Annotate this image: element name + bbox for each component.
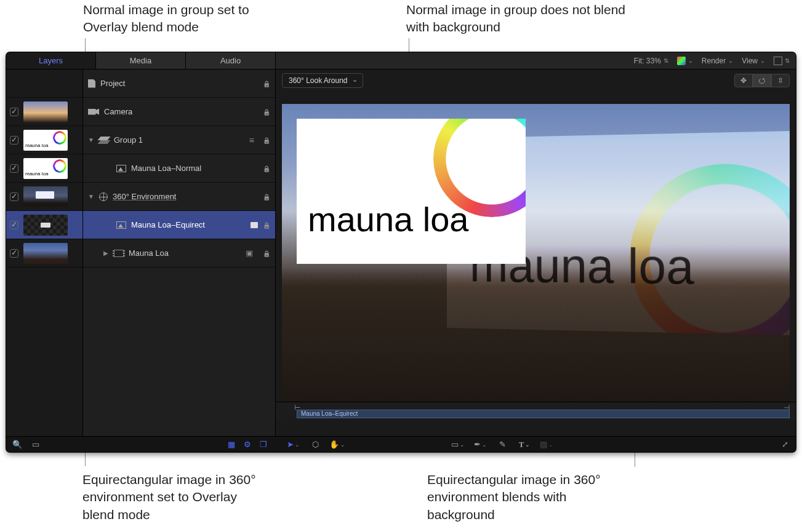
lock-icon[interactable] bbox=[263, 221, 270, 229]
arrow-tool[interactable]: ➤⌄ bbox=[288, 440, 298, 450]
search-icon[interactable]: 🔍 bbox=[12, 440, 22, 450]
window-icon[interactable]: ❐ bbox=[259, 440, 268, 450]
view-menu[interactable]: View⌄ bbox=[742, 57, 765, 65]
layer-row-equirect[interactable]: Mauna Loa–Equirect bbox=[83, 211, 275, 239]
color-channels-icon bbox=[677, 57, 686, 65]
blend-mode-icon[interactable] bbox=[249, 135, 254, 145]
render-menu[interactable]: Render⌄ bbox=[702, 57, 733, 65]
canvas-normal-text: mauna loa bbox=[308, 199, 469, 239]
viewer-sub-bar: 360° Look Around ✥ ⭯ ⇳ bbox=[276, 69, 796, 92]
image-icon bbox=[116, 165, 126, 172]
thumb-camera bbox=[23, 101, 68, 122]
callout-bottom-right: Equirectangular image in 360° environmen… bbox=[427, 471, 612, 523]
panel-size-icon[interactable]: ▭ bbox=[31, 440, 41, 450]
canvas-normal-overlay: mauna loa bbox=[297, 119, 526, 264]
environment-icon bbox=[99, 193, 108, 201]
mini-timeline-clip[interactable]: Mauna Loa–Equirect bbox=[297, 410, 790, 418]
color-menu[interactable]: ⌄ bbox=[677, 57, 693, 65]
disclosure-triangle[interactable]: ▶ bbox=[103, 250, 109, 256]
thumbnail-column bbox=[6, 69, 83, 436]
thumb-equirect bbox=[23, 215, 68, 236]
clip-icon bbox=[114, 250, 124, 257]
visibility-checkbox[interactable] bbox=[10, 136, 18, 145]
layer-row-normal[interactable]: Mauna Loa–Normal bbox=[83, 154, 275, 183]
thumb-group1 bbox=[23, 130, 68, 151]
app-window: Layers Media Audio Project Camera ▼ Grou… bbox=[6, 52, 796, 452]
mini-timeline[interactable]: ⊢ ⊣ Mauna Loa–Equirect bbox=[276, 402, 796, 420]
camera-view-dropdown[interactable]: 360° Look Around bbox=[282, 73, 363, 88]
pen-tool[interactable]: ✒⌄ bbox=[475, 440, 485, 450]
thumb-row[interactable] bbox=[6, 239, 82, 268]
tab-media[interactable]: Media bbox=[96, 52, 186, 69]
equirect-badge-icon bbox=[251, 222, 258, 228]
rect-tool[interactable]: ▭⌄ bbox=[453, 440, 463, 450]
disclosure-triangle[interactable]: ▼ bbox=[88, 137, 94, 143]
lock-icon[interactable] bbox=[263, 79, 270, 88]
group-icon bbox=[99, 137, 109, 144]
thumb-normal bbox=[23, 158, 68, 179]
pan-button[interactable]: ✥ bbox=[734, 74, 753, 87]
checker-icon[interactable]: ▦ bbox=[227, 440, 236, 450]
layer-row-camera[interactable]: Camera bbox=[83, 98, 275, 126]
square-icon bbox=[774, 57, 782, 65]
viewer-layout-menu[interactable]: ⇅ bbox=[774, 57, 790, 65]
viewer-panel: Fit: 33%⇅ ⌄ Render⌄ View⌄ ⇅ 360° Look Ar… bbox=[276, 52, 796, 436]
visibility-checkbox[interactable] bbox=[10, 249, 18, 258]
visibility-checkbox[interactable] bbox=[10, 164, 18, 173]
callout-top-left: Normal image in group set to Overlay ble… bbox=[83, 1, 292, 36]
callout-top-right: Normal image in group does not blend wit… bbox=[406, 1, 634, 36]
mask-tool[interactable]: ▧⌄ bbox=[542, 440, 551, 450]
tab-audio[interactable]: Audio bbox=[186, 52, 276, 69]
callout-bottom-left: Equirectangular image in 360° environmen… bbox=[82, 471, 267, 523]
visibility-checkbox[interactable] bbox=[10, 221, 18, 229]
hand-tool[interactable]: ✋⌄ bbox=[332, 440, 342, 450]
thumb-row[interactable] bbox=[6, 126, 82, 154]
updown-icon: ⇅ bbox=[664, 57, 668, 64]
thumb-row[interactable] bbox=[6, 98, 82, 126]
panel-tabs: Layers Media Audio bbox=[6, 52, 276, 69]
visibility-checkbox[interactable] bbox=[10, 108, 18, 116]
brush-tool[interactable]: ✎ bbox=[497, 440, 507, 450]
dolly-button[interactable]: ⇳ bbox=[771, 74, 790, 87]
text-tool[interactable]: T⌄ bbox=[519, 440, 529, 450]
canvas[interactable]: mauna loa mauna loa bbox=[282, 104, 790, 409]
layer-row-group[interactable]: ▼ Group 1 bbox=[83, 126, 275, 154]
layer-row-project[interactable]: Project bbox=[83, 69, 275, 98]
thumb-clip bbox=[23, 243, 68, 264]
bottom-toolbar: 🔍 ▭ ▦ ⚙ ❐ ➤⌄ ⬡ ✋⌄ ▭⌄ ✒⌄ ✎ T⌄ ▧⌄ ⤢ bbox=[6, 436, 796, 452]
lock-icon[interactable] bbox=[263, 136, 270, 145]
layer-row-env[interactable]: ▼ 360° Environment bbox=[83, 183, 275, 211]
image-icon bbox=[116, 221, 126, 229]
viewer-top-bar: Fit: 33%⇅ ⌄ Render⌄ View⌄ ⇅ bbox=[276, 52, 796, 69]
lock-icon[interactable] bbox=[263, 164, 270, 173]
orbit-tool[interactable]: ⬡ bbox=[310, 440, 320, 450]
gear-icon[interactable]: ⚙ bbox=[243, 440, 252, 450]
camera-nav-buttons: ✥ ⭯ ⇳ bbox=[734, 74, 790, 87]
orbit-button[interactable]: ⭯ bbox=[753, 74, 771, 87]
lock-icon[interactable] bbox=[263, 108, 270, 116]
disclosure-triangle[interactable]: ▼ bbox=[88, 193, 94, 200]
thumb-row[interactable] bbox=[6, 211, 82, 239]
thumb-env bbox=[23, 186, 68, 207]
fullscreen-icon[interactable]: ⤢ bbox=[780, 440, 790, 450]
thumb-row[interactable] bbox=[6, 154, 82, 183]
project-icon bbox=[88, 79, 95, 88]
lock-icon[interactable] bbox=[263, 193, 270, 201]
thumb-row[interactable] bbox=[6, 183, 82, 211]
camera-icon bbox=[88, 109, 99, 115]
fit-menu[interactable]: Fit: 33%⇅ bbox=[634, 57, 668, 65]
visibility-checkbox[interactable] bbox=[10, 193, 18, 201]
lock-icon[interactable] bbox=[263, 249, 270, 258]
link-icon[interactable]: ▣ bbox=[246, 248, 253, 258]
layer-row-clip[interactable]: ▶ Mauna Loa ▣ bbox=[83, 239, 275, 268]
layer-list: Project Camera ▼ Group 1 Mauna Loa–Norma… bbox=[83, 69, 276, 436]
tab-layers[interactable]: Layers bbox=[6, 52, 96, 69]
